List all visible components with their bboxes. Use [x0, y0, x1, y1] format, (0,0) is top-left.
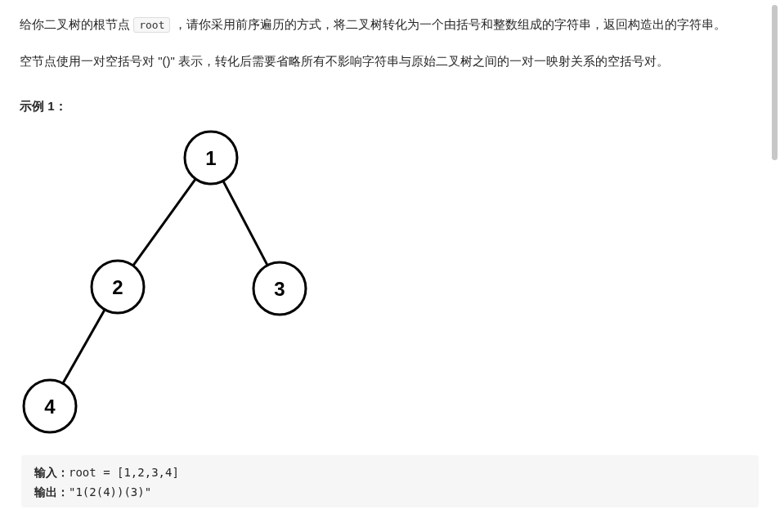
tree-diagram: 1234	[21, 125, 760, 437]
para2-post: 表示，转化后需要省略所有不影响字符串与原始二叉树之间的一对一映射关系的空括号对。	[175, 54, 669, 68]
empty-paren-quoted: "()"	[158, 54, 175, 68]
tree-node-label: 2	[112, 276, 123, 298]
para1-pre: 给你二叉树的根节点	[20, 17, 133, 31]
tree-edge	[63, 310, 105, 383]
tree-node-label: 4	[44, 396, 56, 418]
scrollbar-track[interactable]	[769, 0, 780, 532]
tree-node-label: 1	[205, 147, 216, 169]
output-label: 输出：	[34, 485, 69, 498]
input-code: root = [1,2,3,4]	[69, 466, 179, 479]
problem-paragraph-1: 给你二叉树的根节点 root ，请你采用前序遍历的方式，将二叉树转化为一个由括号…	[20, 13, 760, 35]
scrollbar-thumb[interactable]	[772, 5, 778, 160]
example-heading: 示例 1：	[20, 95, 760, 117]
para1-post: ，请你采用前序遍历的方式，将二叉树转化为一个由括号和整数组成的字符串，返回构造出…	[170, 17, 725, 31]
tree-edge	[133, 179, 196, 266]
problem-description: 给你二叉树的根节点 root ，请你采用前序遍历的方式，将二叉树转化为一个由括号…	[0, 0, 780, 507]
root-code-inline: root	[133, 17, 170, 33]
tree-svg: 1234	[21, 125, 332, 437]
example-io-block: 输入：root = [1,2,3,4] 输出："1(2(4))(3)"	[21, 455, 759, 507]
problem-paragraph-2: 空节点使用一对空括号对 "()" 表示，转化后需要省略所有不影响字符串与原始二叉…	[20, 50, 760, 72]
tree-node-label: 3	[274, 278, 285, 300]
input-label: 输入：	[34, 466, 69, 479]
example-input-line: 输入：root = [1,2,3,4]	[34, 463, 746, 483]
output-code: "1(2(4))(3)"	[69, 485, 151, 498]
example-output-line: 输出："1(2(4))(3)"	[34, 483, 746, 503]
tree-edge	[223, 181, 267, 265]
para2-pre: 空节点使用一对空括号对	[20, 54, 158, 68]
